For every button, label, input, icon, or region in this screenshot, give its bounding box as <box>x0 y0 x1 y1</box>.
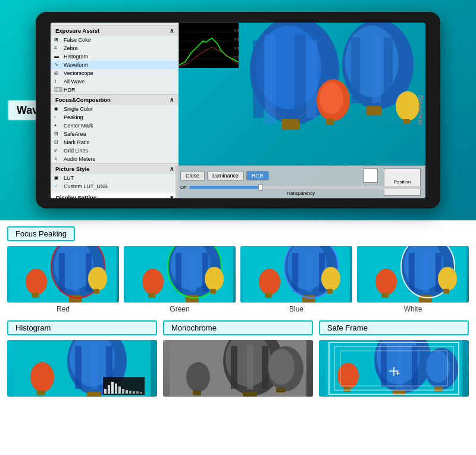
safeframe-balloon: + <box>319 340 469 397</box>
monitor-screen: Exposure Assist ∧ ⊞False Color ≡Zebra ▬H… <box>51 23 425 198</box>
fp-image-white <box>357 246 469 303</box>
menu-audio-meters[interactable]: ♫Audio Meters <box>51 155 178 163</box>
top-section: Waveform <box>0 0 476 220</box>
svg-rect-64 <box>327 289 333 294</box>
svg-rect-5 <box>306 40 317 118</box>
svg-rect-95 <box>133 391 135 394</box>
bottom-feature-mono: Monochrome <box>163 320 313 397</box>
menu-safe-area[interactable]: ⊡SafeArea <box>51 130 178 138</box>
svg-rect-109 <box>276 388 286 392</box>
svg-rect-80 <box>75 346 82 389</box>
bottom-features-row: Histogram <box>7 320 469 397</box>
focus-peaking-label: Focus Peaking <box>7 226 75 241</box>
histogram-label: Histogram <box>7 320 157 335</box>
fp-label-green: Green <box>170 305 189 313</box>
brand-text: Besview <box>416 95 424 125</box>
fp-label-red: Red <box>57 305 70 313</box>
luminance-button[interactable]: Luminance <box>207 171 244 180</box>
svg-rect-13 <box>384 38 393 103</box>
menu-peaking[interactable]: ◦Peaking <box>51 113 178 121</box>
svg-rect-92 <box>122 389 124 394</box>
menu-mark-ratio[interactable]: ⊟Mark Ratio <box>51 138 178 147</box>
svg-rect-62 <box>265 293 272 298</box>
svg-rect-104 <box>243 392 257 397</box>
menu-false-color[interactable]: ⊞False Color <box>51 36 178 44</box>
fp-image-blue <box>240 246 352 303</box>
bottom-feature-safeframe: Safe Frame <box>319 320 469 397</box>
bottom-feature-histogram: Histogram <box>7 320 157 397</box>
svg-rect-20 <box>179 23 239 68</box>
menu-section-focus: Focus&Composition ∧ <box>51 94 178 105</box>
histogram-balloon <box>7 340 157 397</box>
svg-rect-76 <box>443 289 449 294</box>
menu-waveform[interactable]: ∿Waveform <box>51 61 178 69</box>
svg-rect-102 <box>247 345 253 389</box>
close-button[interactable]: Close <box>180 171 205 180</box>
svg-text:+: + <box>396 369 400 378</box>
svg-rect-33 <box>73 252 79 292</box>
focus-peaking-grid: Red <box>7 246 469 313</box>
waveform-mini-panel: 5.0 4.0 3.0 2.0 <box>178 23 238 67</box>
menu-all-wave[interactable]: ⌇All Wave <box>51 77 178 86</box>
menu-histogram[interactable]: ▬Histogram <box>51 52 178 61</box>
svg-rect-97 <box>140 392 142 394</box>
svg-rect-88 <box>108 385 110 394</box>
menu-overlay: Exposure Assist ∧ ⊞False Color ≡Zebra ▬H… <box>51 23 178 198</box>
svg-rect-3 <box>265 35 275 124</box>
svg-rect-106 <box>193 390 201 395</box>
svg-rect-91 <box>118 387 121 394</box>
menu-grid-lines[interactable]: #Grid Lines <box>51 147 178 155</box>
svg-rect-32 <box>59 253 65 292</box>
menu-hdr[interactable]: HDHDR <box>51 86 178 94</box>
menu-lut[interactable]: ▣LUT <box>51 174 178 182</box>
svg-rect-94 <box>129 391 131 394</box>
focus-peaking-section: Focus Peaking <box>7 226 469 313</box>
svg-rect-52 <box>210 289 216 294</box>
svg-rect-50 <box>148 293 155 298</box>
fp-label-white: White <box>404 305 422 313</box>
svg-rect-45 <box>190 252 196 292</box>
mono-image <box>163 340 313 397</box>
svg-rect-101 <box>231 346 237 389</box>
position-box: Position <box>384 169 421 196</box>
svg-point-75 <box>438 267 457 291</box>
svg-point-108 <box>268 349 295 385</box>
svg-rect-103 <box>262 346 268 389</box>
svg-point-39 <box>88 267 107 291</box>
fp-item-white: White <box>357 246 469 313</box>
svg-rect-121 <box>434 387 443 391</box>
slider-thumb[interactable] <box>258 184 263 191</box>
menu-center-mark[interactable]: +Center Mark <box>51 121 178 130</box>
svg-rect-17 <box>325 119 334 124</box>
menu-vectorscope[interactable]: ◎Vectorscope <box>51 69 178 77</box>
svg-point-51 <box>205 267 224 291</box>
svg-rect-2 <box>253 40 264 118</box>
safeframe-label: Safe Frame <box>319 320 469 335</box>
svg-rect-87 <box>104 389 107 394</box>
menu-custom-lut[interactable]: ✓Custom LUT_USB <box>51 182 178 191</box>
fp-item-blue: Blue <box>240 246 352 313</box>
svg-rect-38 <box>32 293 39 298</box>
fp-balloon-red <box>7 246 119 303</box>
svg-rect-93 <box>126 390 128 394</box>
fp-label-blue: Blue <box>289 305 303 313</box>
menu-section-picture: Picture Style ∧ <box>51 163 178 174</box>
slider-track[interactable] <box>189 186 421 189</box>
menu-zebra[interactable]: ≡Zebra <box>51 44 178 52</box>
svg-rect-90 <box>115 384 117 394</box>
svg-point-16 <box>320 82 343 114</box>
svg-rect-81 <box>91 345 98 389</box>
svg-rect-116 <box>393 391 406 395</box>
bottom-section: Focus Peaking <box>0 220 476 401</box>
menu-single-color[interactable]: ◉Single Color <box>51 105 178 113</box>
svg-point-63 <box>321 267 340 291</box>
svg-rect-57 <box>306 252 312 292</box>
fp-balloon-green <box>124 246 236 303</box>
histogram-image <box>7 340 157 397</box>
menu-display-setting[interactable]: Display Setting ▾ <box>51 192 178 198</box>
svg-rect-14 <box>366 106 381 116</box>
svg-rect-12 <box>372 35 381 103</box>
fp-balloon-white <box>357 246 469 303</box>
rgb-button[interactable]: RGB <box>246 171 269 180</box>
svg-rect-69 <box>423 252 429 292</box>
